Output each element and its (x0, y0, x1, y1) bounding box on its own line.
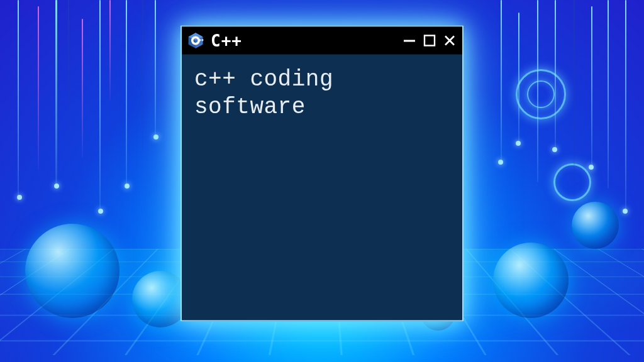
close-icon (443, 35, 456, 47)
svg-rect-8 (425, 36, 435, 46)
terminal-window: C++ c++ coding software (180, 26, 464, 322)
title-bar[interactable]: C++ (182, 27, 462, 55)
window-controls (403, 35, 456, 47)
maximize-button[interactable] (423, 35, 436, 47)
svg-rect-7 (404, 40, 415, 42)
minimize-button[interactable] (403, 35, 416, 47)
cpp-hex-icon (187, 32, 204, 50)
terminal-content: c++ coding software (182, 55, 462, 133)
maximize-icon (423, 35, 436, 47)
svg-rect-4 (199, 40, 200, 42)
minimize-icon (403, 35, 416, 47)
close-button[interactable] (443, 35, 456, 47)
svg-rect-6 (202, 40, 203, 42)
window-title: C++ (211, 31, 397, 50)
